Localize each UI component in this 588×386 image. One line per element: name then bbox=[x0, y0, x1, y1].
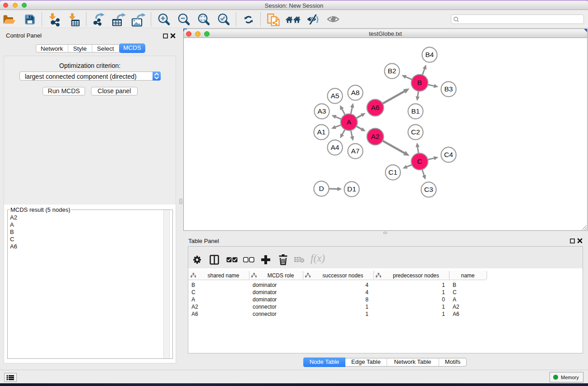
svg-text:C: C bbox=[417, 157, 422, 165]
svg-text:C1: C1 bbox=[388, 168, 397, 176]
svg-text:A7: A7 bbox=[351, 147, 360, 155]
svg-text:B: B bbox=[417, 79, 422, 86]
svg-text:D1: D1 bbox=[347, 185, 356, 193]
svg-text:A: A bbox=[347, 118, 352, 126]
svg-text:A4: A4 bbox=[331, 143, 339, 151]
svg-text:A8: A8 bbox=[351, 89, 360, 96]
svg-text:A3: A3 bbox=[318, 107, 326, 115]
svg-text:B1: B1 bbox=[411, 107, 420, 115]
svg-text:A6: A6 bbox=[371, 104, 380, 111]
svg-text:C4: C4 bbox=[444, 151, 453, 158]
svg-text:C2: C2 bbox=[411, 128, 420, 136]
svg-text:C3: C3 bbox=[424, 186, 433, 193]
svg-text:D: D bbox=[319, 185, 324, 192]
svg-text:A5: A5 bbox=[331, 92, 339, 100]
svg-text:B4: B4 bbox=[425, 51, 434, 58]
svg-text:A1: A1 bbox=[317, 128, 326, 136]
svg-text:B2: B2 bbox=[388, 67, 397, 75]
svg-text:A2: A2 bbox=[371, 133, 380, 140]
svg-text:B3: B3 bbox=[445, 85, 453, 93]
